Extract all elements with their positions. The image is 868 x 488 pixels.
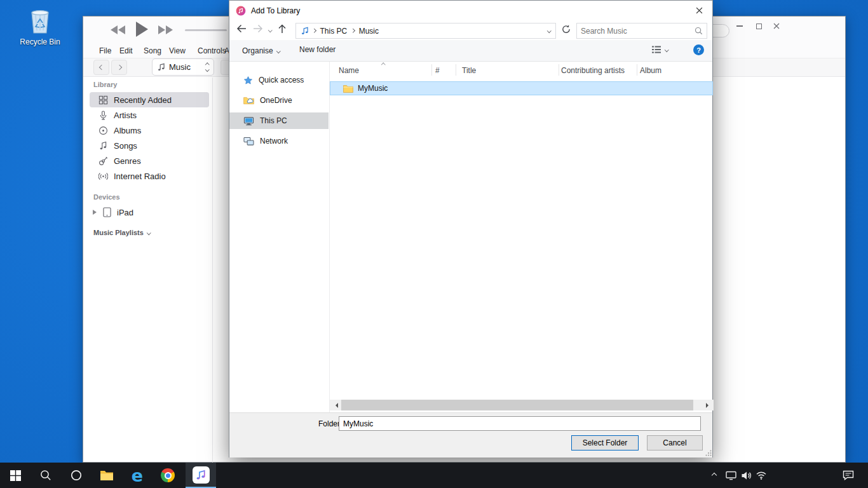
help-button[interactable]: ? <box>693 44 704 55</box>
help-icon: ? <box>696 46 701 54</box>
scroll-right-button[interactable] <box>703 400 714 410</box>
sidebar-item-artists[interactable]: Artists <box>90 107 209 123</box>
resize-grip[interactable] <box>705 450 712 456</box>
column-header-contributing-artists[interactable]: Contributing artists <box>561 66 625 75</box>
sidebar-item-genres[interactable]: Genres <box>90 153 209 168</box>
sidebar-item-ipad[interactable]: iPad <box>90 205 209 220</box>
new-folder-button[interactable]: New folder <box>299 45 336 57</box>
tray-show-hidden-button[interactable] <box>707 463 722 488</box>
file-explorer-button[interactable] <box>92 463 122 488</box>
search-input[interactable] <box>581 27 695 36</box>
onedrive-icon <box>243 97 254 105</box>
play-button[interactable] <box>134 20 149 40</box>
tray-volume-button[interactable] <box>738 463 754 488</box>
menu-item-view[interactable]: View <box>169 46 186 55</box>
dialog-titlebar[interactable]: Add To Library <box>229 1 712 20</box>
refresh-button[interactable] <box>561 24 575 38</box>
column-separator[interactable] <box>456 64 456 76</box>
scrollbar-thumb[interactable] <box>341 400 693 410</box>
views-list-icon <box>651 45 661 54</box>
nav-forward-button[interactable] <box>252 24 266 37</box>
fast-forward-icon <box>157 23 175 37</box>
menu-item-edit[interactable]: Edit <box>119 46 133 55</box>
horizontal-scrollbar[interactable] <box>330 400 714 410</box>
file-row-mymusic[interactable]: MyMusic <box>330 81 713 95</box>
maximize-button[interactable] <box>752 19 766 33</box>
recycle-bin-label: Recycle Bin <box>13 37 67 46</box>
volume-slider[interactable] <box>185 29 227 31</box>
cancel-button[interactable]: Cancel <box>647 435 703 451</box>
column-header-name[interactable]: Name <box>339 66 359 75</box>
sidebar-item-internet-radio[interactable]: Internet Radio <box>90 168 209 184</box>
scroll-left-button[interactable] <box>330 400 341 410</box>
scroll-left-icon <box>333 403 338 408</box>
tray-network-button[interactable] <box>754 463 769 488</box>
scroll-right-icon <box>706 403 711 408</box>
tray-display-button[interactable] <box>723 463 738 488</box>
sidebar-item-label: Songs <box>114 141 137 151</box>
sidebar-item-label: Artists <box>114 111 137 120</box>
library-header: Library <box>93 81 117 88</box>
edge-icon: e <box>132 467 143 484</box>
rewind-icon <box>109 23 126 37</box>
column-separator[interactable] <box>431 64 432 76</box>
start-button[interactable] <box>0 463 31 488</box>
nav-item-onedrive[interactable]: OneDrive <box>229 92 329 109</box>
nav-item-network[interactable]: Network <box>229 133 329 149</box>
history-forward-button[interactable] <box>111 60 127 75</box>
action-center-button[interactable] <box>839 463 858 488</box>
cortana-icon <box>71 470 82 481</box>
fast-forward-button[interactable] <box>157 23 175 39</box>
window-close-button[interactable] <box>770 19 783 33</box>
column-header-number[interactable]: # <box>435 66 440 75</box>
sidebar-item-label: Internet Radio <box>114 172 166 181</box>
crumb-this-pc[interactable]: This PC <box>320 27 348 36</box>
minimize-button[interactable] <box>733 19 747 33</box>
recycle-bin[interactable]: Recycle Bin <box>13 5 67 46</box>
history-back-button[interactable] <box>93 60 109 75</box>
windows-logo-icon <box>10 470 21 481</box>
action-center-icon <box>843 470 854 480</box>
nav-item-this-pc[interactable]: This PC <box>229 112 329 129</box>
menu-item-file[interactable]: File <box>99 46 111 55</box>
nav-up-button[interactable] <box>278 24 292 37</box>
itunes-taskbar-button[interactable] <box>186 463 216 488</box>
menu-item-song[interactable]: Song <box>144 46 161 55</box>
nav-back-button[interactable] <box>236 24 250 37</box>
sidebar-item-songs[interactable]: Songs <box>90 138 209 153</box>
edge-button[interactable]: e <box>122 463 153 488</box>
breadcrumb-music-icon <box>301 27 308 35</box>
select-folder-button[interactable]: Select Folder <box>571 435 639 451</box>
sidebar-item-label: Recently Added <box>114 95 172 105</box>
chevron-down-icon <box>205 67 209 71</box>
column-header-title[interactable]: Title <box>462 66 476 75</box>
network-icon <box>243 137 254 146</box>
taskbar-search-button[interactable] <box>31 463 61 488</box>
column-header-album[interactable]: Album <box>640 66 661 75</box>
cortana-button[interactable] <box>61 463 92 488</box>
chevron-down-icon <box>276 49 280 53</box>
playlists-header[interactable]: Music Playlists <box>93 229 150 236</box>
organise-button[interactable]: Organise <box>242 45 280 57</box>
rewind-button[interactable] <box>109 23 126 39</box>
column-separator[interactable] <box>559 64 559 76</box>
history-dropdown-icon[interactable] <box>268 28 272 32</box>
play-icon <box>134 20 149 38</box>
sidebar-item-recently-added[interactable]: Recently Added <box>90 92 209 107</box>
back-arrow-icon <box>236 24 247 34</box>
chrome-button[interactable] <box>153 463 183 488</box>
address-dropdown-icon[interactable] <box>547 29 551 32</box>
display-icon <box>726 471 736 480</box>
folder-input[interactable] <box>339 416 701 431</box>
media-picker[interactable]: Music <box>152 58 214 76</box>
search-box[interactable] <box>576 23 707 39</box>
menu-item-controls[interactable]: Controls <box>198 46 226 55</box>
crumb-music[interactable]: Music <box>359 27 379 36</box>
dialog-close-button[interactable] <box>685 1 714 20</box>
disclosure-icon <box>92 209 97 215</box>
sidebar-item-albums[interactable]: Albums <box>90 123 209 138</box>
column-separator[interactable] <box>637 64 637 76</box>
views-button[interactable] <box>651 45 668 54</box>
sidebar-item-label: Albums <box>114 126 141 135</box>
nav-item-quick-access[interactable]: Quick access <box>229 72 329 88</box>
